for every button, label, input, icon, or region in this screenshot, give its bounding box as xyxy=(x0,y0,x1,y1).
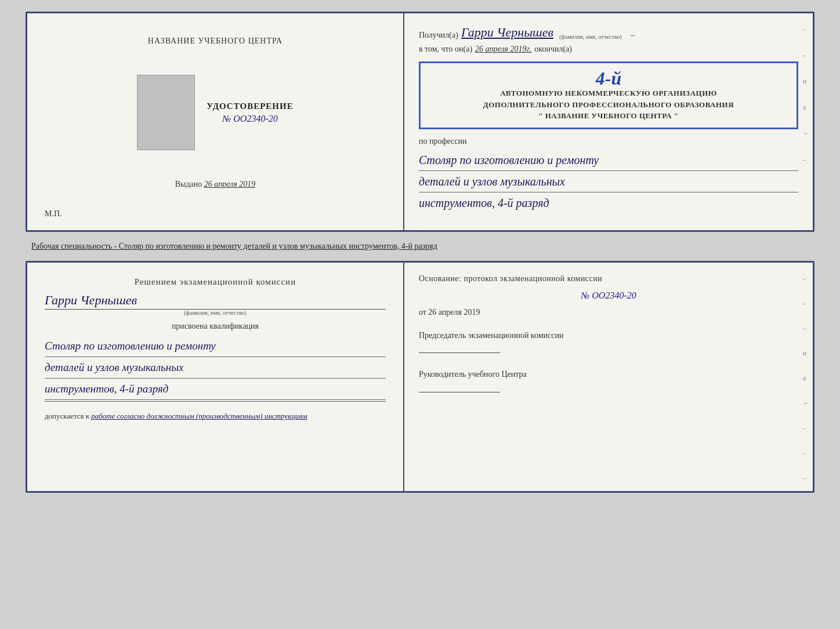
udostoverenie-number: № OO2340-20 xyxy=(207,114,294,124)
bottom-certificate: Решением экзаменационной комиссии Гарри … xyxy=(26,261,814,493)
udostoverenie-title: УДОСТОВЕРЕНИЕ xyxy=(207,101,294,111)
cert-bottom-right: Основание: протокол экзаменационной коми… xyxy=(404,263,813,491)
stamp-line2: ДОПОЛНИТЕЛЬНОГО ПРОФЕССИОНАЛЬНОГО ОБРАЗО… xyxy=(429,99,788,111)
profession-line2-top: деталей и узлов музыкальных xyxy=(419,172,798,192)
side-marks-bottom-right: – – – и а ← – – – xyxy=(803,274,810,482)
qual-line1: Столяр по изготовлению и ремонту xyxy=(45,337,386,357)
vtom-date: 26 апреля 2019г. xyxy=(475,45,531,54)
vtom-line: в том, что он(а) 26 апреля 2019г. окончи… xyxy=(419,45,798,54)
cert-top-right: Получил(а) Гарри Чернышев (фамилия, имя,… xyxy=(404,13,813,230)
mp-label: М.П. xyxy=(45,209,62,219)
stamp-line3: " НАЗВАНИЕ УЧЕБНОГО ЦЕНТРА " xyxy=(429,110,788,122)
udostoverenie-block: УДОСТОВЕРЕНИЕ № OO2340-20 xyxy=(207,101,294,124)
cert-top-left: НАЗВАНИЕ УЧЕБНОГО ЦЕНТРА УДОСТОВЕРЕНИЕ №… xyxy=(27,13,404,230)
rukovoditel-block: Руководитель учебного Центра xyxy=(419,369,798,392)
qual-line3: инструментов, 4-й разряд xyxy=(45,380,386,400)
name-hint-top: (фамилия, имя, отчество) xyxy=(559,34,622,40)
vydano-block: Выдано 26 апреля 2019 xyxy=(175,180,256,189)
dopuskaetsya-value: работе согласно должностным (производств… xyxy=(91,412,307,421)
dopuskaetsya-block: допускается к работе согласно должностны… xyxy=(45,412,386,421)
resheniem-text: Решением экзаменационной комиссии xyxy=(45,277,386,287)
po-professii-label: по профессии xyxy=(419,137,798,146)
profession-block-top: Столяр по изготовлению и ремонту деталей… xyxy=(419,151,798,212)
bottom-name-hint: (фамилия, имя, отчество) xyxy=(45,310,386,316)
photo-placeholder xyxy=(137,75,195,150)
bottom-name-block: Гарри Чернышев (фамилия, имя, отчество) xyxy=(45,293,386,316)
side-marks-top: – – и а ← – xyxy=(803,25,810,164)
ot-date-block: от 26 апреля 2019 xyxy=(419,308,798,317)
rukovoditel-title: Руководитель учебного Центра xyxy=(419,369,798,380)
document-container: НАЗВАНИЕ УЧЕБНОГО ЦЕНТРА УДОСТОВЕРЕНИЕ №… xyxy=(26,12,814,493)
stamp-line1: АВТОНОМНУЮ НЕКОММЕРЧЕСКУЮ ОРГАНИЗАЦИЮ xyxy=(429,88,788,99)
org-name-top: НАЗВАНИЕ УЧЕБНОГО ЦЕНТРА xyxy=(148,37,283,46)
prisvoena-text: присвоена квалификация xyxy=(45,322,386,331)
profession-line1-top: Столяр по изготовлению и ремонту xyxy=(419,151,798,171)
vydano-date: 26 апреля 2019 xyxy=(204,180,255,188)
recipient-name-top: Гарри Чернышев xyxy=(461,25,553,40)
predsedatel-block: Председатель экзаменационной комиссии xyxy=(419,330,798,354)
rukovoditel-signature-line xyxy=(419,392,500,392)
predsedatel-signature-line xyxy=(419,352,500,353)
poluchil-line: Получил(а) Гарри Чернышев (фамилия, имя,… xyxy=(419,25,798,40)
predsedatel-title: Председатель экзаменационной комиссии xyxy=(419,330,798,341)
caption-text: Рабочая специальность - Столяр по изгото… xyxy=(26,238,814,255)
profession-line3-top: инструментов, 4-й разряд xyxy=(419,194,798,212)
qual-line2: деталей и узлов музыкальных xyxy=(45,358,386,379)
cert-bottom-left: Решением экзаменационной комиссии Гарри … xyxy=(27,263,404,491)
bottom-recipient-name: Гарри Чернышев xyxy=(45,293,386,310)
bottom-number: № OO2340-20 xyxy=(419,290,798,301)
qualification-block: Столяр по изготовлению и ремонту деталей… xyxy=(45,337,386,403)
top-certificate: НАЗВАНИЕ УЧЕБНОГО ЦЕНТРА УДОСТОВЕРЕНИЕ №… xyxy=(26,12,814,232)
osnovaniye-text: Основание: протокол экзаменационной коми… xyxy=(419,274,798,283)
stamp-block: 4-й АВТОНОМНУЮ НЕКОММЕРЧЕСКУЮ ОРГАНИЗАЦИ… xyxy=(419,61,798,129)
stamp-year: 4-й xyxy=(429,69,788,88)
